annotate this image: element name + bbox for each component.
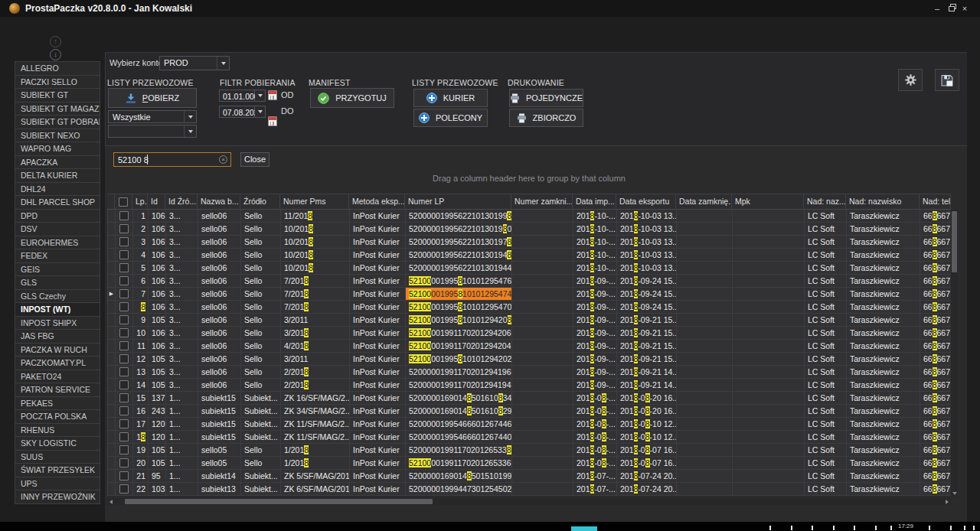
sidebar-item-gls[interactable]: GLS: [15, 275, 100, 290]
sidebar-item-dpd[interactable]: DPD: [15, 209, 100, 223]
sidebar-item-fedex[interactable]: FEDEX: [15, 249, 100, 263]
table-row[interactable]: 1410593...sello06Sello2/2018InPost Kurie…: [108, 379, 952, 392]
table-row[interactable]: 610643...sello06Sello7/2018InPost Kurier…: [108, 275, 952, 288]
table-row[interactable]: 171201...subiekt15Subiekt...ZK 11/SF/MAG…: [108, 418, 952, 431]
row-checkbox[interactable]: [119, 471, 129, 481]
row-select-cell[interactable]: [116, 223, 133, 236]
calendar-to-icon[interactable]: [268, 116, 277, 126]
table-row[interactable]: 1010603...sello06Sello3/2018InPost Kurie…: [108, 327, 952, 340]
row-checkbox[interactable]: [119, 263, 129, 272]
account-select[interactable]: PROD: [159, 56, 230, 70]
sidebar-scroll-up-button[interactable]: ↑: [50, 36, 61, 47]
save-button[interactable]: [935, 69, 959, 91]
sidebar-item-geis[interactable]: GEIS: [15, 262, 100, 277]
table-row[interactable]: 810643...sello06Sello7/2018InPost Kurier…: [108, 301, 952, 314]
sidebar-item-inpost-shipx[interactable]: INPOST SHIPX: [15, 316, 100, 331]
table-row[interactable]: 210673...sello06Sello10/2018InPost Kurie…: [108, 223, 952, 236]
column-header-numer_lp[interactable]: Numer LP: [405, 194, 511, 210]
row-select-cell[interactable]: [116, 444, 133, 457]
row-select-cell[interactable]: [116, 210, 133, 223]
row-checkbox[interactable]: [119, 484, 129, 494]
sidebar-item-subiekt-nexo[interactable]: SUBIEKT NEXO: [15, 129, 100, 143]
sidebar-item-subiekt-gt-pobrania[interactable]: SUBIEKT GT POBRANIA: [15, 115, 100, 129]
column-header-nad_naz[interactable]: Nad: naz...: [804, 194, 846, 210]
table-row[interactable]: 221031...subiekt13Subiekt...ZK 6/SF/MAG/…: [108, 483, 952, 496]
table-row[interactable]: 1210573...sello06Sello3/2011InPost Kurie…: [108, 353, 952, 366]
row-checkbox[interactable]: [119, 302, 129, 311]
table-row[interactable]: 21951...subiekt14Subiekt...ZK 5/SF/MAG/2…: [108, 470, 952, 483]
column-header-metoda[interactable]: Metoda eksp...: [349, 194, 405, 210]
row-select-cell[interactable]: [116, 483, 133, 496]
sidebar-item-gls-czechy[interactable]: GLS Czechy: [15, 289, 100, 304]
sidebar-item-allegro[interactable]: ALLEGRO: [15, 61, 100, 76]
row-select-cell[interactable]: [116, 431, 133, 444]
row-select-cell[interactable]: [116, 457, 133, 470]
sidebar-item-subiekt-gt[interactable]: SUBIEKT GT: [15, 88, 100, 103]
table-row[interactable]: 2010581...sello05Sello1/2018InPost Kurie…: [108, 457, 952, 470]
column-header-data_imp[interactable]: Data imp...: [573, 194, 616, 210]
minimize-button[interactable]: –: [931, 2, 943, 15]
sidebar-item-paczki-sello[interactable]: PACZKI SELLO: [15, 75, 100, 90]
select-all-checkbox[interactable]: [119, 197, 128, 207]
row-checkbox[interactable]: [119, 328, 129, 337]
sidebar-item-eurohermes[interactable]: EUROHERMES: [15, 236, 100, 250]
row-checkbox[interactable]: [119, 380, 129, 389]
table-row[interactable]: 162431...subiekt15Subiekt...ZK 34/SF/MAG…: [108, 405, 952, 418]
column-header-numer_zamk[interactable]: Numer zamkni...: [511, 194, 573, 210]
sidebar-item-suus[interactable]: SUUS: [15, 450, 100, 464]
row-select-cell[interactable]: [116, 327, 133, 340]
row-checkbox[interactable]: [119, 315, 129, 324]
sidebar-item-paczkomaty-pl[interactable]: PACZKOMATY.PL: [15, 356, 100, 370]
sidebar-item-inpost-wt[interactable]: INPOST (WT): [15, 302, 100, 317]
sidebar-item-paczka-w-ruch[interactable]: PACZKA W RUCH: [15, 343, 100, 357]
secondary-filter-select[interactable]: [108, 125, 197, 138]
close-window-button[interactable]: ×: [959, 2, 971, 15]
polecony-button[interactable]: POLECONY: [413, 109, 488, 127]
vertical-scrollbar-thumb[interactable]: [952, 211, 957, 272]
row-checkbox[interactable]: [119, 419, 129, 428]
row-checkbox[interactable]: [119, 445, 129, 454]
select-all-header[interactable]: [115, 194, 132, 210]
sidebar-item-apaczka[interactable]: APACZKA: [15, 155, 100, 170]
table-row[interactable]: ▶710643...sello06Sello7/2018InPost Kurie…: [108, 288, 952, 301]
table-row[interactable]: 1110613...sello06Sello4/2018InPost Kurie…: [108, 340, 952, 353]
row-select-cell[interactable]: [116, 392, 133, 405]
scroll-down-icon[interactable]: [952, 492, 957, 495]
calendar-from-icon[interactable]: [268, 90, 277, 100]
sidebar-item-wapro-mag[interactable]: WAPRO MAG: [15, 142, 100, 156]
scroll-left-icon[interactable]: [109, 500, 113, 504]
row-select-cell[interactable]: [116, 405, 133, 418]
restore-button[interactable]: [946, 2, 959, 15]
row-checkbox[interactable]: [119, 211, 129, 220]
settings-button[interactable]: [898, 69, 923, 91]
row-select-cell[interactable]: [116, 275, 133, 288]
row-checkbox[interactable]: [119, 458, 129, 467]
sidebar-item-sky-logistic[interactable]: SKY LOGISTIC: [15, 436, 100, 451]
row-select-cell[interactable]: [116, 236, 133, 249]
sidebar-item-delta-kurier[interactable]: DELTA KURIER: [15, 168, 100, 183]
column-header-data_eks[interactable]: Data eksportu: [616, 194, 676, 210]
table-row[interactable]: 410673...sello06Sello10/2018InPost Kurie…: [108, 249, 952, 262]
pojedyncze-button[interactable]: POJEDYNCZE: [509, 89, 583, 107]
row-select-cell[interactable]: [116, 288, 133, 301]
sidebar-item-jas-fbg[interactable]: JAS FBG: [15, 329, 100, 344]
table-row[interactable]: 910573...sello06Sello3/2011InPost Kurier…: [108, 314, 952, 327]
row-select-cell[interactable]: [116, 366, 133, 379]
row-select-cell[interactable]: [116, 470, 133, 483]
column-header-data_zamk[interactable]: Data zamknię...: [676, 194, 732, 210]
sidebar-item-dhl-parcel-shop[interactable]: DHL PARCEL SHOP: [15, 195, 100, 210]
date-from-input[interactable]: 01.01.0001: [219, 90, 255, 102]
row-select-cell[interactable]: [116, 353, 133, 366]
kurier-button[interactable]: KURIER: [413, 89, 488, 107]
sidebar-item-poczta-polska[interactable]: POCZTA POLSKA: [15, 409, 100, 424]
column-header-id[interactable]: Id: [148, 194, 165, 210]
zbiorczo-button[interactable]: ZBIORCZO: [509, 109, 583, 127]
date-to-input[interactable]: 07.08.2020: [219, 106, 255, 118]
column-header-zrodlo[interactable]: Źródło: [240, 194, 280, 210]
date-from-dropdown[interactable]: [255, 90, 266, 102]
column-header-nazwa[interactable]: Nazwa b...: [198, 194, 240, 210]
row-checkbox[interactable]: [119, 406, 129, 415]
row-select-cell[interactable]: [116, 301, 133, 314]
row-select-cell[interactable]: [116, 340, 133, 353]
sidebar-item-patron-service[interactable]: PATRON SERVICE: [15, 383, 100, 397]
